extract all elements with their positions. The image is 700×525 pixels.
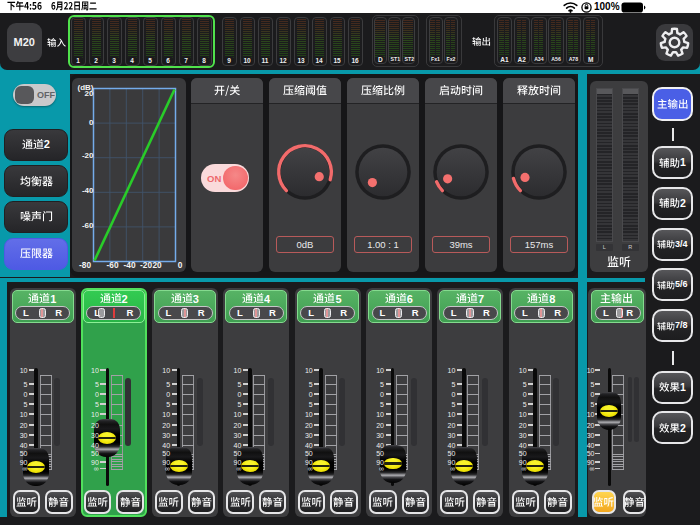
svg-text:-60: -60	[81, 220, 93, 229]
svg-text:-60: -60	[106, 260, 118, 270]
svg-text:0: 0	[177, 260, 182, 270]
svg-text:-20: -20	[81, 150, 93, 159]
svg-text:-20: -20	[140, 260, 152, 270]
svg-text:20: 20	[152, 260, 162, 270]
svg-text:-80: -80	[79, 260, 91, 270]
svg-text:0: 0	[89, 118, 94, 127]
svg-text:20: 20	[84, 88, 93, 97]
svg-text:-40: -40	[81, 185, 93, 194]
svg-text:-40: -40	[123, 260, 135, 270]
